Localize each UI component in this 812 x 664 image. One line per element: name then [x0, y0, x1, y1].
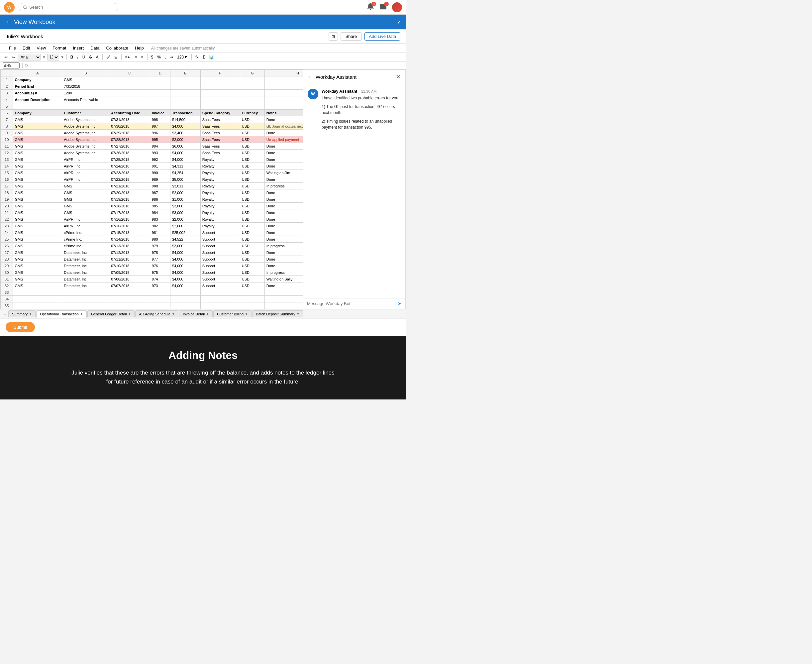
cell-D22[interactable]: 983 — [150, 216, 171, 223]
cell-B26[interactable]: cPrime Inc. — [62, 242, 109, 249]
cell-D17[interactable]: 988 — [150, 183, 171, 189]
cell-C28[interactable]: 07/11/2018 — [109, 256, 150, 262]
tab-invoice-detail[interactable]: Invoice Detail ▼ — [179, 311, 213, 317]
cell-D2[interactable] — [150, 83, 171, 90]
cell-G21[interactable]: USD — [240, 209, 265, 216]
cell-F1[interactable] — [200, 76, 240, 83]
italic-button[interactable]: I — [76, 54, 80, 60]
cell-F18[interactable]: Royalty — [200, 189, 240, 196]
cell-G33[interactable] — [240, 289, 265, 296]
cell-F10[interactable]: Saas Fees — [200, 136, 240, 143]
cell-A35[interactable] — [13, 303, 62, 309]
send-button[interactable]: ➤ — [398, 301, 401, 306]
cell-D28[interactable]: 977 — [150, 256, 171, 262]
cell-B29[interactable]: Datameer, Inc. — [62, 262, 109, 269]
menu-edit[interactable]: Edit — [19, 44, 33, 52]
cell-D6[interactable]: Invoice — [150, 110, 171, 116]
cell-D19[interactable]: 986 — [150, 196, 171, 203]
cell-B16[interactable]: AirPR, Inc — [62, 176, 109, 183]
cell-F16[interactable]: Royalty — [200, 176, 240, 183]
cell-G7[interactable]: USD — [240, 116, 265, 123]
cell-B2[interactable]: 7/31/2018 — [62, 83, 109, 90]
cell-E16[interactable]: $5,000 — [171, 176, 201, 183]
assistant-back-button[interactable]: ← — [308, 74, 313, 80]
cell-A2[interactable]: Period End — [13, 83, 62, 90]
cell-C27[interactable]: 07/12/2018 — [109, 249, 150, 256]
cell-A24[interactable]: GMS — [13, 229, 62, 236]
cell-C33[interactable] — [109, 289, 150, 296]
cell-C9[interactable]: 07/29/2018 — [109, 130, 150, 136]
user-avatar[interactable] — [392, 2, 402, 12]
cell-D15[interactable]: 990 — [150, 169, 171, 176]
cell-B6[interactable]: Customer — [62, 110, 109, 116]
cell-F30[interactable]: Support — [200, 269, 240, 276]
cell-F21[interactable]: Royalty — [200, 209, 240, 216]
cell-A17[interactable]: GMS — [13, 183, 62, 189]
cell-F12[interactable]: Saas Fees — [200, 150, 240, 156]
cell-F25[interactable]: Support — [200, 236, 240, 242]
menu-data[interactable]: Data — [87, 44, 103, 52]
cell-A20[interactable]: GMS — [13, 203, 62, 209]
comma-button[interactable]: , — [164, 54, 167, 60]
cell-C26[interactable]: 07/13/2018 — [109, 242, 150, 249]
cell-B34[interactable] — [62, 296, 109, 303]
cell-A25[interactable]: GMS — [13, 236, 62, 242]
col-header-A[interactable]: A — [13, 70, 62, 76]
cell-E32[interactable]: $4,000 — [171, 283, 201, 289]
cell-E13[interactable]: $4,000 — [171, 156, 201, 163]
text-color-button[interactable]: A — [94, 54, 100, 60]
cell-C11[interactable]: 07/27/2018 — [109, 143, 150, 150]
cell-C24[interactable]: 07/15/2018 — [109, 229, 150, 236]
cell-G17[interactable]: USD — [240, 183, 265, 189]
cell-D34[interactable] — [150, 296, 171, 303]
cell-B23[interactable]: AirPR, Inc — [62, 223, 109, 229]
cell-C17[interactable]: 07/21/2018 — [109, 183, 150, 189]
cell-F8[interactable]: Saas Fees — [200, 123, 240, 130]
cell-C14[interactable]: 07/24/2018 — [109, 163, 150, 169]
notification-icon[interactable]: 3 — [367, 3, 374, 11]
tab-general-ledger[interactable]: General Ledger Detail ▼ — [88, 311, 135, 317]
cell-B21[interactable]: GMS — [62, 209, 109, 216]
cell-G34[interactable] — [240, 296, 265, 303]
chart-button[interactable]: 📊 — [208, 54, 215, 60]
redo-button[interactable]: ↪ — [10, 54, 16, 60]
cell-D9[interactable]: 996 — [150, 130, 171, 136]
cell-C2[interactable] — [109, 83, 150, 90]
cell-G32[interactable]: USD — [240, 283, 265, 289]
cell-D26[interactable]: 979 — [150, 242, 171, 249]
cell-reference[interactable] — [3, 62, 19, 68]
cell-C21[interactable]: 07/17/2018 — [109, 209, 150, 216]
cell-F26[interactable]: Support — [200, 242, 240, 249]
cell-B19[interactable]: GMS — [62, 196, 109, 203]
currency-button[interactable]: $ — [150, 54, 155, 60]
cell-C22[interactable]: 07/16/2018 — [109, 216, 150, 223]
cell-F22[interactable]: Royalty — [200, 216, 240, 223]
cell-G18[interactable]: USD — [240, 189, 265, 196]
cell-C13[interactable]: 07/25/2018 — [109, 156, 150, 163]
cell-F17[interactable]: Royalty — [200, 183, 240, 189]
workday-logo[interactable]: W — [4, 2, 15, 13]
add-live-data-button[interactable]: Add Live Data — [364, 32, 400, 41]
col-header-C[interactable]: C — [109, 70, 150, 76]
cell-A10[interactable]: GMS — [13, 136, 62, 143]
cell-E14[interactable]: $4,311 — [171, 163, 201, 169]
cell-F7[interactable]: Saas Fees — [200, 116, 240, 123]
undo-button[interactable]: ↩ — [3, 54, 9, 60]
cell-C19[interactable]: 07/19/2018 — [109, 196, 150, 203]
cell-B14[interactable]: AirPR, Inc — [62, 163, 109, 169]
menu-file[interactable]: File — [6, 44, 19, 52]
cell-E6[interactable]: Transaction — [171, 110, 201, 116]
cell-D14[interactable]: 991 — [150, 163, 171, 169]
cell-E28[interactable]: $4,000 — [171, 256, 201, 262]
cell-F14[interactable]: Royalty — [200, 163, 240, 169]
cell-B32[interactable]: Datameer, Inc. — [62, 283, 109, 289]
cell-C30[interactable]: 07/09/2018 — [109, 269, 150, 276]
cell-D5[interactable] — [150, 103, 171, 110]
cell-A23[interactable]: GMS — [13, 223, 62, 229]
cell-A9[interactable]: GMS — [13, 130, 62, 136]
cell-D7[interactable]: 998 — [150, 116, 171, 123]
tab-operational-transaction[interactable]: Operational Transaction ▼ — [36, 311, 87, 318]
cell-E26[interactable]: $3,000 — [171, 242, 201, 249]
col-header-B[interactable]: B — [62, 70, 109, 76]
cell-A27[interactable]: GMS — [13, 249, 62, 256]
